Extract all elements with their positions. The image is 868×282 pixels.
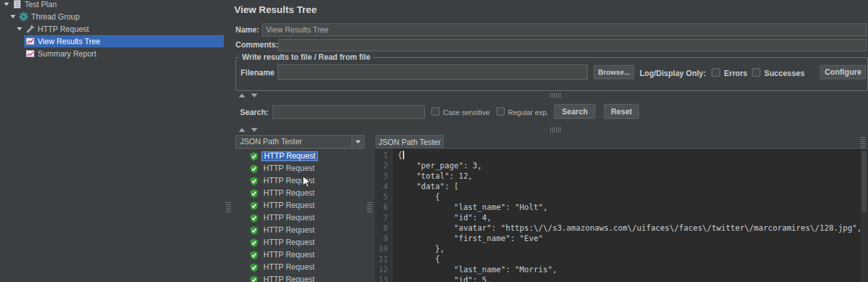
browse-button[interactable]: Browse... [594, 65, 634, 79]
tree-item-label: HTTP Request [38, 25, 89, 34]
json-response-text[interactable]: { "per_page": 3, "total": 12, "data": [ … [393, 149, 860, 282]
tree-item-test-plan[interactable]: Test Plan [0, 0, 224, 10]
expand-toggle-icon[interactable] [10, 15, 16, 18]
results-list-panel: JSON Path Tester HTTP Request HTTP Reque… [235, 135, 365, 282]
splitter-grip[interactable] [550, 127, 561, 133]
result-item[interactable]: HTTP Request [235, 274, 365, 282]
collapse-down-icon[interactable] [251, 94, 258, 97]
tree-item-label: Summary Report [38, 49, 97, 58]
case-sensitive-checkbox[interactable] [431, 107, 440, 116]
line-number-gutter: 1 2 3 4 5 6 7 8 9 10 11 12 13 [375, 149, 392, 282]
success-shield-icon [250, 214, 258, 223]
tree-item-summary-report[interactable]: Summary Report [0, 47, 224, 60]
success-shield-icon [250, 238, 258, 248]
name-input[interactable] [262, 23, 867, 36]
regular-exp-label: Regular exp. [508, 109, 548, 116]
name-label: Name: [235, 25, 259, 34]
result-item-label: HTTP Request [261, 213, 317, 223]
result-item-label: HTTP Request [261, 188, 317, 198]
tree-item-thread-group[interactable]: Thread Group [0, 10, 224, 23]
regular-exp-checkbox[interactable] [496, 107, 505, 116]
success-shield-icon [250, 177, 258, 186]
page-title: View Results Tree [234, 4, 317, 15]
result-item[interactable]: HTTP Request [235, 150, 365, 162]
errors-label: Errors [724, 69, 747, 78]
tree-item-label: Thread Group [31, 12, 80, 21]
result-item[interactable]: HTTP Request [235, 187, 365, 199]
tree-item-label: Test Plan [25, 0, 56, 9]
viewer-panel: JSON Path Tester 1 2 3 4 5 6 7 8 9 10 11… [375, 135, 868, 282]
splitter-grip[interactable] [367, 201, 372, 212]
renderer-selector-value: JSON Path Tester [240, 137, 302, 146]
success-shield-icon [250, 226, 258, 235]
success-shield-icon [250, 201, 258, 211]
collapse-down-icon[interactable] [251, 128, 258, 132]
expand-toggle-icon[interactable] [17, 27, 22, 31]
filename-label: Filename [241, 68, 274, 77]
result-item-label: HTTP Request [261, 164, 317, 173]
tree-item-view-results-tree[interactable]: View Results Tree [0, 35, 224, 47]
tab-json-path-tester[interactable]: JSON Path Tester [376, 135, 444, 149]
splitter-grip[interactable] [860, 136, 865, 147]
success-shield-icon [250, 251, 258, 260]
tree-selection-highlight: View Results Tree [24, 35, 224, 47]
jmeter-window: Test Plan Thread Group HTTP Request View… [0, 0, 868, 282]
result-item-label: HTTP Request [261, 225, 317, 235]
viewer-tab-bar: JSON Path Tester [375, 135, 868, 149]
search-button[interactable]: Search [554, 104, 596, 119]
results-list: HTTP Request HTTP Request HTTP Request H… [235, 150, 365, 282]
result-item-label: HTTP Request [261, 250, 317, 260]
splitter-grip[interactable] [550, 93, 561, 98]
splitter-collapse-controls [239, 93, 258, 98]
scrollbar-thumb[interactable] [862, 151, 867, 212]
combo-dropdown-button[interactable] [352, 136, 363, 147]
tree-item-http-request[interactable]: HTTP Request [0, 23, 224, 35]
collapse-up-icon[interactable] [239, 94, 245, 97]
list-viewer-splitter[interactable] [365, 135, 375, 282]
search-input[interactable] [272, 105, 425, 119]
result-item[interactable]: HTTP Request [235, 175, 365, 187]
test-plan-tree: Test Plan Thread Group HTTP Request View… [0, 0, 224, 282]
success-shield-icon [250, 164, 258, 173]
write-results-legend: Write results to file / Read from file [239, 53, 373, 62]
success-shield-icon [250, 276, 258, 282]
success-shield-icon [250, 263, 258, 272]
filename-input[interactable] [278, 64, 588, 80]
tree-main-splitter[interactable] [224, 0, 233, 282]
write-results-group: Write results to file / Read from file F… [235, 57, 868, 91]
success-shield-icon [250, 152, 258, 161]
text-caret [403, 151, 404, 159]
successes-checkbox[interactable] [752, 68, 760, 77]
main-panel: View Results Tree Name: Comments: Write … [233, 0, 868, 282]
expand-toggle-icon[interactable] [4, 3, 9, 6]
result-item[interactable]: HTTP Request [235, 261, 365, 274]
configure-button[interactable]: Configure [820, 65, 866, 79]
renderer-selector[interactable]: JSON Path Tester [235, 135, 365, 149]
reset-button[interactable]: Reset [604, 104, 639, 119]
case-sensitive-label: Case sensitive [443, 109, 490, 116]
splitter-collapse-controls [239, 127, 258, 133]
collapse-up-icon[interactable] [239, 128, 245, 132]
editor-scrollbar[interactable] [860, 149, 868, 282]
result-item[interactable]: HTTP Request [235, 224, 365, 237]
comments-input[interactable] [278, 39, 867, 51]
view-results-tree-icon [25, 36, 35, 46]
result-item-label: HTTP Request [261, 201, 317, 211]
search-label: Search: [240, 108, 269, 117]
thread-group-icon [19, 12, 29, 21]
success-shield-icon [250, 189, 258, 198]
splitter-grip[interactable] [226, 201, 231, 212]
result-item-label: HTTP Request [261, 275, 317, 282]
result-item[interactable]: HTTP Request [235, 237, 365, 249]
result-item[interactable]: HTTP Request [235, 212, 365, 224]
errors-checkbox[interactable] [712, 68, 720, 77]
result-item-label: HTTP Request [261, 263, 317, 272]
tree-item-label: View Results Tree [38, 37, 101, 46]
result-item[interactable]: HTTP Request [235, 199, 365, 212]
result-item[interactable]: HTTP Request [235, 249, 365, 261]
log-display-only-label: Log/Display Only: [640, 69, 706, 78]
result-item[interactable]: HTTP Request [235, 162, 365, 175]
http-request-icon [25, 24, 35, 34]
code-editor[interactable]: 1 2 3 4 5 6 7 8 9 10 11 12 13 { "per_p [375, 149, 868, 282]
result-item-label: HTTP Request [261, 176, 317, 186]
